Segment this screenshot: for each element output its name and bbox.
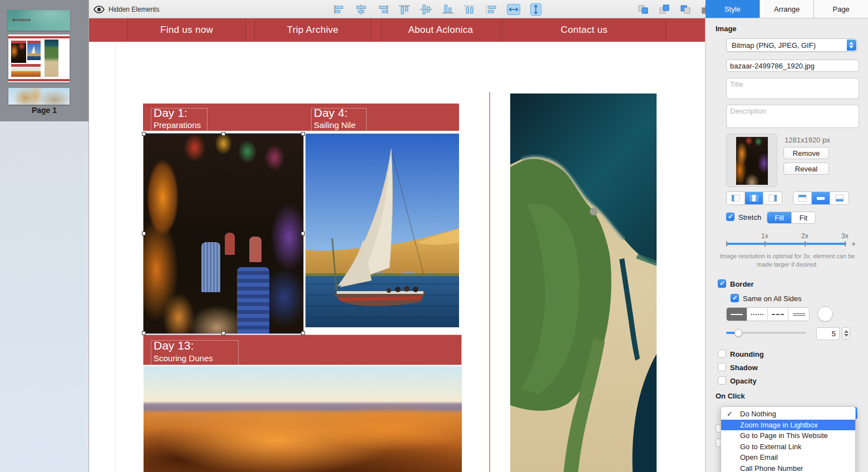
pedestrian-figure bbox=[237, 267, 269, 333]
page-thumbnail-mosque-segment[interactable] bbox=[8, 88, 70, 105]
border-color-well[interactable] bbox=[817, 306, 833, 322]
align-image-center-button[interactable] bbox=[745, 192, 763, 204]
reveal-button[interactable]: Reveal bbox=[783, 163, 829, 175]
bring-forward-icon[interactable] bbox=[637, 4, 649, 15]
opacity-checkbox[interactable] bbox=[718, 376, 726, 385]
align-image-right-button[interactable] bbox=[763, 192, 782, 204]
selection-handle[interactable] bbox=[221, 132, 225, 136]
menu-item-call-phone-number[interactable]: Call Phone Number bbox=[721, 463, 855, 472]
pedestrian-figure bbox=[201, 242, 220, 292]
fill-button[interactable]: Fill bbox=[767, 212, 792, 223]
tab-arrange[interactable]: Arrange bbox=[760, 0, 815, 18]
align-image-bottom-button[interactable] bbox=[830, 192, 849, 204]
border-width-stepper[interactable] bbox=[842, 327, 850, 340]
border-style-dotted-button[interactable] bbox=[747, 308, 768, 321]
top-toolbar: Hidden Elements bbox=[89, 0, 706, 18]
distribute-vertically-icon[interactable] bbox=[485, 4, 498, 15]
align-bottom-icon[interactable] bbox=[441, 4, 455, 15]
banner-day1-caption: Preparations bbox=[154, 120, 201, 130]
felucca-image[interactable] bbox=[305, 134, 459, 327]
menu-item-open-email[interactable]: Open Email bbox=[721, 452, 855, 463]
slider-tick bbox=[845, 241, 846, 247]
align-image-top-button[interactable] bbox=[793, 192, 812, 204]
page-name-label: Page 1 bbox=[0, 106, 88, 115]
hidden-elements-toggle[interactable]: Hidden Elements bbox=[93, 0, 159, 18]
bring-to-front-icon[interactable] bbox=[658, 4, 670, 15]
border-width-field[interactable] bbox=[816, 327, 840, 340]
equal-width-icon[interactable] bbox=[506, 3, 521, 16]
align-right-icon[interactable] bbox=[376, 4, 389, 15]
felucca-illustration bbox=[305, 134, 459, 327]
banner-day1[interactable]: Day 1: Preparations bbox=[143, 104, 303, 131]
align-top-icon[interactable] bbox=[398, 4, 411, 15]
menu-item-zoom-image-in-lightbox[interactable]: Zoom Image in Lightbox bbox=[721, 420, 855, 431]
nav-item-contact-us[interactable]: Contact us bbox=[502, 18, 667, 42]
border-checkbox[interactable] bbox=[718, 279, 726, 288]
slider-tick bbox=[726, 241, 727, 247]
rounding-checkbox[interactable] bbox=[718, 350, 726, 358]
nav-item-trip-archive[interactable]: Trip Archive bbox=[254, 18, 372, 42]
border-style-dashed-button[interactable] bbox=[768, 308, 788, 321]
satellite-map-image[interactable] bbox=[510, 94, 657, 472]
pages-sidebar: Aclonica Page 1 bbox=[0, 0, 89, 472]
shadow-label: Shadow bbox=[730, 363, 758, 372]
menu-item-do-nothing[interactable]: ✓ Do Nothing bbox=[721, 409, 855, 420]
menu-item-go-to-page[interactable]: Go to Page in This Website bbox=[721, 430, 855, 441]
selection-handle[interactable] bbox=[301, 232, 305, 235]
selection-handle[interactable] bbox=[221, 331, 225, 335]
mini-banner bbox=[11, 64, 41, 67]
nav-item-find-us-now[interactable]: Find us now bbox=[127, 18, 246, 42]
stretch-checkbox[interactable] bbox=[726, 213, 734, 221]
nav-item-about-aclonica[interactable]: About Aclonica bbox=[381, 18, 501, 42]
selection-handle[interactable] bbox=[301, 331, 305, 335]
eye-icon bbox=[93, 6, 105, 13]
align-middle-vertical-icon[interactable] bbox=[420, 4, 433, 15]
checkmark-icon: ✓ bbox=[727, 409, 733, 420]
remove-button[interactable]: Remove bbox=[783, 147, 829, 159]
menu-item-go-to-external-link[interactable]: Go to External Link bbox=[721, 441, 855, 453]
fit-button[interactable]: Fit bbox=[792, 212, 815, 223]
selection-handle[interactable] bbox=[142, 331, 146, 335]
selection-handle[interactable] bbox=[142, 132, 146, 136]
border-width-slider-knob[interactable] bbox=[734, 329, 742, 337]
image-type-select[interactable]: Bitmap (PNG, JPEG, GIF) bbox=[726, 38, 857, 52]
shadow-checkbox[interactable] bbox=[718, 363, 726, 371]
site-navbar[interactable]: Find us now Trip Archive About Aclonica … bbox=[89, 18, 705, 42]
banner-day13-title: Day 13: bbox=[154, 339, 194, 352]
tab-page[interactable]: Page bbox=[814, 0, 868, 18]
border-style-solid-button[interactable] bbox=[727, 308, 747, 321]
page-thumbnail-content-segment[interactable] bbox=[8, 35, 70, 82]
selection-handle[interactable] bbox=[301, 132, 305, 136]
mini-bazaar-image bbox=[11, 43, 26, 63]
banner-day4[interactable]: Day 4: Sailing Nile bbox=[303, 104, 459, 131]
pedestrian-figure bbox=[249, 237, 262, 262]
rounding-label: Rounding bbox=[730, 350, 764, 358]
align-image-middle-button[interactable] bbox=[812, 192, 830, 204]
distribute-horizontally-icon[interactable] bbox=[463, 4, 476, 15]
select-arrows-icon bbox=[847, 40, 856, 51]
same-all-sides-checkbox[interactable] bbox=[731, 294, 739, 302]
banner-day13[interactable]: Day 13: Scouring Dunes bbox=[143, 335, 462, 365]
slider-plus-label: + bbox=[851, 239, 856, 248]
dunes-image[interactable] bbox=[144, 366, 462, 472]
description-field[interactable] bbox=[726, 105, 859, 128]
equal-height-icon[interactable] bbox=[529, 3, 542, 16]
banner-day1-title: Day 1: bbox=[154, 106, 188, 120]
align-center-horizontal-icon[interactable] bbox=[354, 4, 368, 15]
style-inspector: Image Bitmap (PNG, JPEG, GIF) 1281x1920 … bbox=[705, 18, 868, 472]
border-style-double-button[interactable] bbox=[788, 308, 809, 321]
bazaar-image-selected[interactable] bbox=[144, 134, 303, 333]
page-thumbnail-header-segment[interactable]: Aclonica bbox=[8, 10, 70, 31]
tab-style[interactable]: Style bbox=[706, 0, 760, 18]
filename-field[interactable] bbox=[726, 60, 859, 72]
title-field[interactable] bbox=[726, 78, 859, 99]
slider-tick bbox=[805, 241, 806, 247]
align-image-left-button[interactable] bbox=[727, 192, 745, 204]
pedestrian-figure bbox=[225, 233, 235, 255]
selection-handle[interactable] bbox=[142, 232, 146, 235]
send-backward-icon[interactable] bbox=[679, 4, 692, 15]
design-canvas[interactable]: Find us now Trip Archive About Aclonica … bbox=[89, 18, 705, 472]
mini-dunes-image bbox=[11, 67, 41, 77]
align-left-icon[interactable] bbox=[333, 4, 346, 15]
page-list-item-selected[interactable]: Aclonica Page 1 bbox=[0, 0, 88, 121]
